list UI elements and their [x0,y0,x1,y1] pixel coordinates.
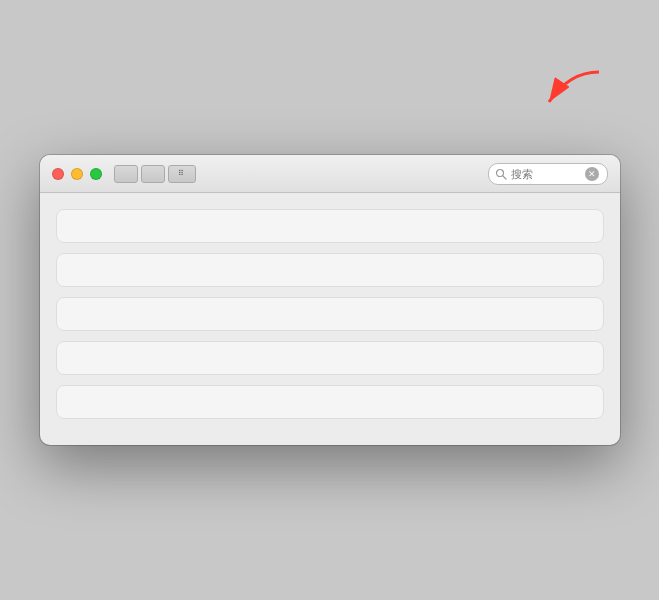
section-other [56,385,604,419]
search-input[interactable] [511,168,581,180]
section-hardware [56,253,604,287]
close-button[interactable] [52,168,64,180]
titlebar: ⠿ ✕ [40,155,620,193]
svg-line-1 [502,175,505,178]
preferences-content [40,193,620,445]
system-preferences-window: ⠿ ✕ [40,155,620,445]
highlight-arrow [529,62,609,122]
back-button[interactable] [114,165,138,183]
nav-buttons: ⠿ [114,165,196,183]
forward-button[interactable] [141,165,165,183]
search-box[interactable]: ✕ [488,163,608,185]
section-personal [56,209,604,243]
minimize-button[interactable] [71,168,83,180]
section-system [56,341,604,375]
grid-button[interactable]: ⠿ [168,165,196,183]
search-clear-button[interactable]: ✕ [585,167,599,181]
search-icon [495,168,507,180]
maximize-button[interactable] [90,168,102,180]
section-internet [56,297,604,331]
traffic-lights [52,168,102,180]
